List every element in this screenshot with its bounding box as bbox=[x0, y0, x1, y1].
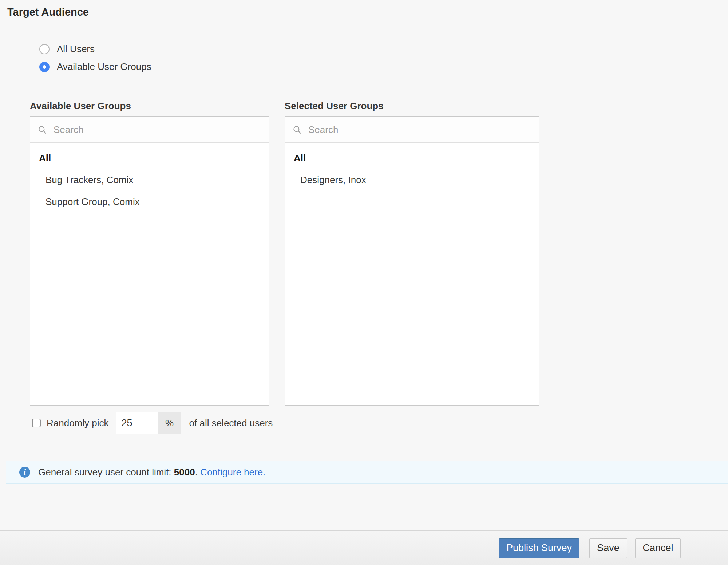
selected-groups-box: All Designers, Inox bbox=[285, 116, 539, 406]
available-groups-box: All Bug Trackers, Comix Support Group, C… bbox=[30, 116, 269, 406]
list-item[interactable]: Support Group, Comix bbox=[30, 191, 269, 213]
page-title: Target Audience bbox=[7, 6, 728, 18]
available-groups-search-input[interactable] bbox=[53, 124, 262, 136]
banner-text: General survey user count limit: bbox=[38, 467, 174, 478]
title-divider bbox=[0, 23, 728, 23]
percentage-input-group: % bbox=[116, 412, 181, 434]
selected-group-all[interactable]: All bbox=[285, 147, 539, 169]
list-item[interactable]: Bug Trackers, Comix bbox=[30, 169, 269, 191]
configure-here-link[interactable]: Configure here. bbox=[200, 467, 265, 478]
cancel-button[interactable]: Cancel bbox=[635, 538, 681, 558]
random-pick-label[interactable]: Randomly pick bbox=[47, 418, 109, 429]
publish-survey-button[interactable]: Publish Survey bbox=[499, 538, 579, 558]
list-item[interactable]: Designers, Inox bbox=[285, 169, 539, 191]
radio-all-users-label[interactable]: All Users bbox=[57, 43, 95, 55]
banner-separator: . bbox=[195, 467, 200, 478]
selected-groups-search-row bbox=[285, 117, 539, 143]
audience-radio-group: All Users Available User Groups bbox=[39, 40, 728, 76]
selected-groups-header: Selected User Groups bbox=[285, 100, 539, 111]
available-group-all[interactable]: All bbox=[30, 147, 269, 169]
available-groups-header: Available User Groups bbox=[30, 100, 269, 111]
save-button[interactable]: Save bbox=[589, 538, 627, 558]
radio-row-all-users[interactable]: All Users bbox=[39, 40, 728, 58]
selected-groups-search-input[interactable] bbox=[308, 124, 532, 136]
random-pick-row: Randomly pick % of all selected users bbox=[32, 412, 728, 434]
percentage-input[interactable] bbox=[116, 412, 158, 434]
random-pick-suffix: of all selected users bbox=[189, 418, 273, 429]
search-icon bbox=[37, 125, 47, 134]
selected-groups-list: All Designers, Inox bbox=[285, 143, 539, 405]
radio-all-users[interactable] bbox=[39, 44, 50, 54]
available-groups-search-row bbox=[30, 117, 269, 143]
footer-action-bar: Publish Survey Save Cancel bbox=[0, 530, 728, 565]
selected-groups-column: Selected User Groups All Designers, Inox bbox=[285, 100, 539, 406]
random-pick-checkbox[interactable] bbox=[32, 419, 41, 427]
available-groups-list: All Bug Trackers, Comix Support Group, C… bbox=[30, 143, 269, 405]
user-groups-picker: Available User Groups All Bug Trackers, … bbox=[30, 100, 728, 406]
radio-available-user-groups[interactable] bbox=[39, 62, 50, 72]
radio-available-user-groups-label[interactable]: Available User Groups bbox=[57, 61, 151, 72]
available-groups-column: Available User Groups All Bug Trackers, … bbox=[30, 100, 269, 406]
banner-limit-value: 5000 bbox=[174, 467, 195, 478]
target-audience-page: Target Audience All Users Available User… bbox=[0, 0, 728, 565]
radio-row-available-user-groups[interactable]: Available User Groups bbox=[39, 58, 728, 76]
search-icon bbox=[292, 125, 302, 134]
info-icon: i bbox=[19, 467, 30, 478]
percentage-unit: % bbox=[158, 412, 181, 434]
info-banner: i General survey user count limit: 5000 … bbox=[6, 461, 728, 484]
